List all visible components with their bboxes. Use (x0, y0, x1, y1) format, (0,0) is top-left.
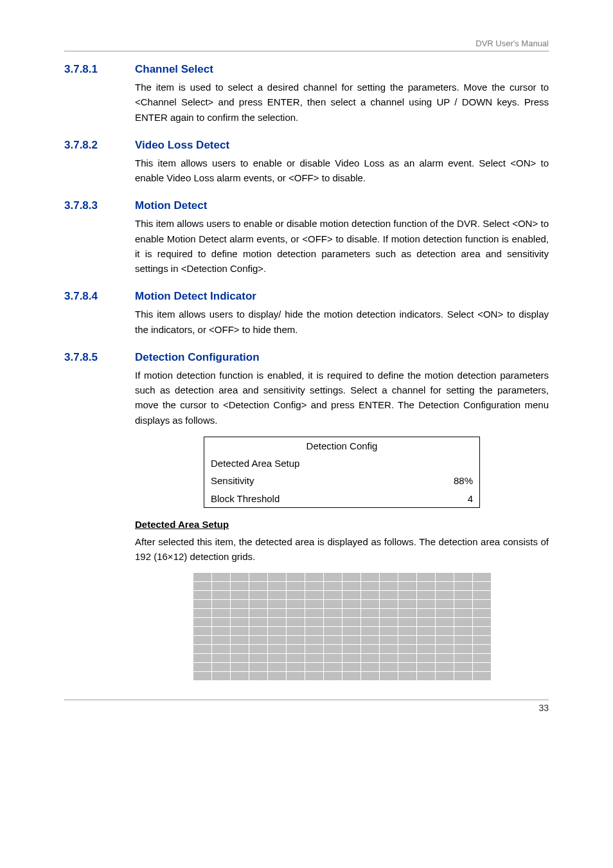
grid-cell (286, 644, 305, 653)
grid-cell (342, 635, 360, 644)
grid-cell (305, 626, 323, 635)
grid-cell (286, 653, 305, 662)
grid-cell (342, 581, 360, 590)
grid-cell (454, 608, 472, 617)
grid-cell (360, 608, 379, 617)
grid-cell (342, 671, 360, 680)
grid-cell (305, 653, 323, 662)
grid-cell (286, 635, 305, 644)
grid-cell (360, 635, 379, 644)
grid-cell (249, 599, 267, 608)
grid-cell (305, 608, 323, 617)
grid-cell (323, 608, 342, 617)
grid-cell (360, 644, 379, 653)
grid-cell (323, 617, 342, 626)
grid-cell (342, 644, 360, 653)
subsection-heading: Detected Area Setup (135, 517, 549, 532)
grid-cell (230, 626, 249, 635)
grid-cell (342, 662, 360, 671)
grid-cell (454, 581, 472, 590)
grid-cell (416, 599, 435, 608)
grid-cell (230, 608, 249, 617)
grid-cell (379, 653, 398, 662)
header-rule (64, 51, 549, 51)
grid-cell (211, 635, 230, 644)
grid-cell (342, 608, 360, 617)
grid-cell (211, 581, 230, 590)
grid-cell (193, 581, 211, 590)
subsection-body: After selected this item, the detected a… (135, 534, 549, 565)
grid-cell (454, 653, 472, 662)
section-body: This item allows users to display/ hide … (135, 307, 549, 337)
grid-cell (398, 581, 416, 590)
grid-cell (305, 617, 323, 626)
grid-cell (249, 572, 267, 581)
grid-cell (416, 590, 435, 599)
grid-cell (435, 617, 454, 626)
grid-cell (267, 599, 286, 608)
grid-cell (211, 644, 230, 653)
grid-cell (454, 599, 472, 608)
grid-cell (267, 617, 286, 626)
grid-cell (472, 608, 491, 617)
grid-cell (249, 590, 267, 599)
footer-rule (64, 700, 549, 700)
section-title: Motion Detect Indicator (135, 290, 256, 303)
grid-cell (398, 671, 416, 680)
grid-cell (379, 608, 398, 617)
grid-cell (472, 653, 491, 662)
grid-cell (230, 572, 249, 581)
grid-cell (193, 662, 211, 671)
grid-cell (249, 608, 267, 617)
section-body: This item allows users to enable or disa… (135, 156, 549, 186)
grid-cell (435, 599, 454, 608)
grid-cell (193, 608, 211, 617)
grid-cell (267, 626, 286, 635)
grid-cell (286, 617, 305, 626)
grid-cell (342, 599, 360, 608)
grid-cell (267, 644, 286, 653)
grid-cell (416, 635, 435, 644)
section-title: Video Loss Detect (135, 139, 229, 152)
grid-cell (193, 599, 211, 608)
grid-cell (342, 590, 360, 599)
section-title: Motion Detect (135, 199, 207, 212)
grid-cell (454, 662, 472, 671)
grid-cell (435, 572, 454, 581)
grid-cell (398, 644, 416, 653)
grid-cell (454, 617, 472, 626)
table-row-value: 4 (342, 490, 480, 508)
grid-cell (249, 662, 267, 671)
section-body: This item allows users to enable or disa… (135, 216, 549, 276)
section-motion-detect-indicator: 3.7.8.4 Motion Detect Indicator This ite… (64, 290, 549, 337)
grid-cell (193, 590, 211, 599)
grid-cell (305, 644, 323, 653)
table-row-label: Sensitivity (204, 472, 342, 489)
grid-cell (230, 644, 249, 653)
grid-cell (360, 581, 379, 590)
table-row-label: Detected Area Setup (204, 455, 342, 472)
grid-cell (211, 599, 230, 608)
grid-cell (249, 617, 267, 626)
grid-cell (305, 581, 323, 590)
grid-cell (211, 671, 230, 680)
grid-cell (211, 608, 230, 617)
grid-cell (416, 617, 435, 626)
grid-cell (305, 671, 323, 680)
grid-cell (379, 662, 398, 671)
grid-cell (379, 626, 398, 635)
grid-cell (398, 599, 416, 608)
grid-cell (416, 653, 435, 662)
grid-cell (193, 626, 211, 635)
grid-cell (416, 671, 435, 680)
grid-cell (230, 590, 249, 599)
grid-cell (323, 626, 342, 635)
detection-grid-wrap (193, 572, 491, 680)
grid-cell (398, 626, 416, 635)
grid-cell (230, 617, 249, 626)
grid-cell (267, 572, 286, 581)
grid-cell (305, 599, 323, 608)
grid-cell (230, 635, 249, 644)
grid-cell (435, 671, 454, 680)
section-channel-select: 3.7.8.1 Channel Select The item is used … (64, 63, 549, 125)
